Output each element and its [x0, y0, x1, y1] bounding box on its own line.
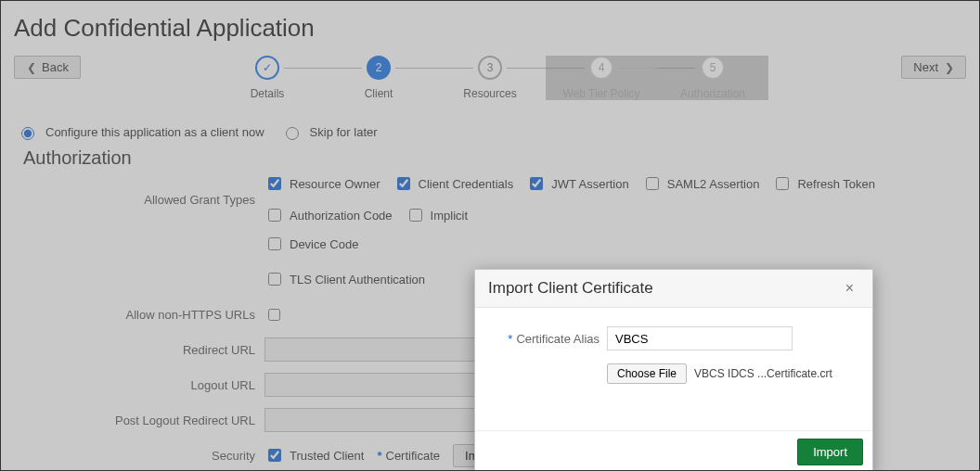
step-number: 3	[487, 61, 494, 74]
label-grant-types: Allowed Grant Types	[32, 193, 264, 207]
step-number: 4	[599, 61, 605, 74]
row-cert-alias: *Certificate Alias	[496, 326, 852, 350]
file-picker: Choose File VBCS IDCS ...Certificate.crt	[607, 363, 832, 384]
label-security: Security	[32, 449, 264, 463]
skip-later-label: Skip for later	[310, 125, 378, 139]
chk-label: SAML2 Assertion	[667, 177, 760, 191]
step-circle: 2	[367, 56, 391, 80]
chk-authorization-code-input[interactable]	[268, 209, 281, 222]
page-title: Add Confidential Application	[14, 14, 966, 43]
step-circle: ✓	[255, 56, 279, 80]
modal-title: Import Client Certificate	[488, 279, 653, 298]
step-circle: 4	[589, 56, 613, 80]
post-logout-url-input[interactable]	[264, 408, 487, 432]
chk-label: Resource Owner	[290, 177, 380, 191]
step-circle: 5	[701, 56, 725, 80]
step-resources[interactable]: 3 Resources	[434, 56, 546, 100]
modal-import-button[interactable]: Import	[797, 439, 863, 465]
chk-implicit-input[interactable]	[409, 209, 422, 222]
wizard-steps: ✓ Details 2 Client 3 Resources 4 Web Tie…	[156, 56, 824, 100]
next-label: Next	[913, 60, 938, 74]
chk-device-code[interactable]: Device Code	[264, 235, 358, 253]
check-icon: ✓	[263, 61, 272, 74]
chk-device-code-input[interactable]	[268, 237, 281, 250]
certificate-label: *Certificate	[377, 449, 440, 463]
close-icon: ×	[845, 280, 854, 296]
alias-label-text: Certificate Alias	[516, 332, 600, 346]
grant-types-field-2: Device Code	[264, 235, 966, 253]
back-button[interactable]: ❮ Back	[14, 56, 81, 79]
step-circle: 3	[478, 56, 502, 80]
chosen-file-name: VBCS IDCS ...Certificate.crt	[694, 367, 832, 380]
chk-tls-client-auth-input[interactable]	[268, 273, 281, 286]
choose-file-button[interactable]: Choose File	[607, 363, 687, 384]
chevron-right-icon: ❯	[945, 61, 954, 74]
grant-types-field: Resource Owner Client Credentials JWT As…	[264, 174, 966, 224]
chk-trusted-client-input[interactable]	[268, 449, 281, 462]
label-non-https: Allow non-HTTPS URLs	[32, 308, 264, 322]
chk-label: TLS Client Authentication	[290, 273, 425, 286]
authorization-heading: Authorization	[23, 147, 966, 169]
step-label: Client	[365, 87, 393, 100]
step-number: 2	[376, 61, 382, 74]
step-label: Authorization	[680, 87, 745, 100]
chk-refresh-token[interactable]: Refresh Token	[772, 174, 875, 193]
certificate-alias-input[interactable]	[607, 326, 793, 350]
chk-resource-owner-input[interactable]	[268, 177, 281, 190]
chk-implicit[interactable]: Implicit	[406, 206, 468, 224]
configure-now-input[interactable]	[21, 127, 34, 140]
modal-footer: Import	[475, 430, 872, 471]
chk-resource-owner[interactable]: Resource Owner	[264, 174, 380, 193]
chk-label: Authorization Code	[290, 209, 393, 223]
chk-jwt-assertion-input[interactable]	[530, 177, 543, 190]
step-client[interactable]: 2 Client	[323, 56, 434, 100]
chk-label: Device Code	[290, 237, 358, 251]
cert-text: Certificate	[386, 449, 441, 463]
skip-later-radio[interactable]: Skip for later	[281, 124, 378, 140]
chk-refresh-token-input[interactable]	[776, 177, 789, 190]
configure-now-label: Configure this application as a client n…	[45, 125, 264, 139]
next-button[interactable]: Next ❯	[901, 56, 966, 79]
back-label: Back	[42, 60, 69, 74]
row-grant-types: Allowed Grant Types Resource Owner Clien…	[32, 174, 966, 224]
step-label: Resources	[463, 87, 516, 100]
configure-now-radio[interactable]: Configure this application as a client n…	[17, 124, 264, 140]
label-redirect-url: Redirect URL	[32, 343, 264, 357]
chk-saml2-assertion[interactable]: SAML2 Assertion	[642, 174, 760, 193]
chk-label: Refresh Token	[797, 177, 875, 191]
skip-later-input[interactable]	[286, 127, 299, 140]
label-logout-url: Logout URL	[32, 378, 264, 392]
modal-close-button[interactable]: ×	[840, 279, 859, 298]
chk-non-https[interactable]	[268, 309, 280, 321]
row-grant-types-2: Device Code	[32, 228, 966, 260]
step-webtier[interactable]: 4 Web Tier Policy	[546, 56, 657, 100]
label-cert-alias: *Certificate Alias	[496, 332, 607, 346]
chk-authorization-code[interactable]: Authorization Code	[264, 206, 393, 224]
chk-label: JWT Assertion	[551, 177, 629, 191]
step-label: Web Tier Policy	[562, 87, 639, 100]
modal-header: Import Client Certificate ×	[475, 270, 872, 308]
required-asterisk: *	[377, 449, 381, 463]
redirect-url-input[interactable]	[264, 337, 487, 362]
chk-label: Trusted Client	[290, 449, 364, 463]
chk-label: Client Credentials	[419, 177, 514, 191]
step-authorization[interactable]: 5 Authorization	[657, 56, 768, 100]
chk-label: Implicit	[431, 209, 468, 223]
step-details[interactable]: ✓ Details	[212, 56, 323, 100]
page-root: Add Confidential Application ❮ Back ✓ De…	[0, 0, 980, 471]
client-mode-row: Configure this application as a client n…	[17, 124, 966, 140]
label-post-logout-url: Post Logout Redirect URL	[32, 414, 264, 427]
chk-saml2-assertion-input[interactable]	[646, 177, 659, 190]
step-number: 5	[710, 61, 716, 74]
chevron-left-icon: ❮	[27, 61, 36, 74]
chk-jwt-assertion[interactable]: JWT Assertion	[526, 174, 629, 193]
chk-client-credentials[interactable]: Client Credentials	[393, 174, 514, 193]
logout-url-input[interactable]	[264, 373, 487, 397]
import-certificate-modal: Import Client Certificate × *Certificate…	[474, 269, 873, 471]
step-label: Details	[251, 87, 285, 100]
wizard-topbar: ❮ Back ✓ Details 2 Client 3 Resources 4	[14, 56, 966, 111]
chk-tls-client-auth[interactable]: TLS Client Authentication	[264, 270, 425, 288]
chk-trusted-client[interactable]: Trusted Client	[264, 446, 364, 465]
modal-body: *Certificate Alias Choose File VBCS IDCS…	[475, 308, 872, 430]
chk-client-credentials-input[interactable]	[397, 177, 410, 190]
